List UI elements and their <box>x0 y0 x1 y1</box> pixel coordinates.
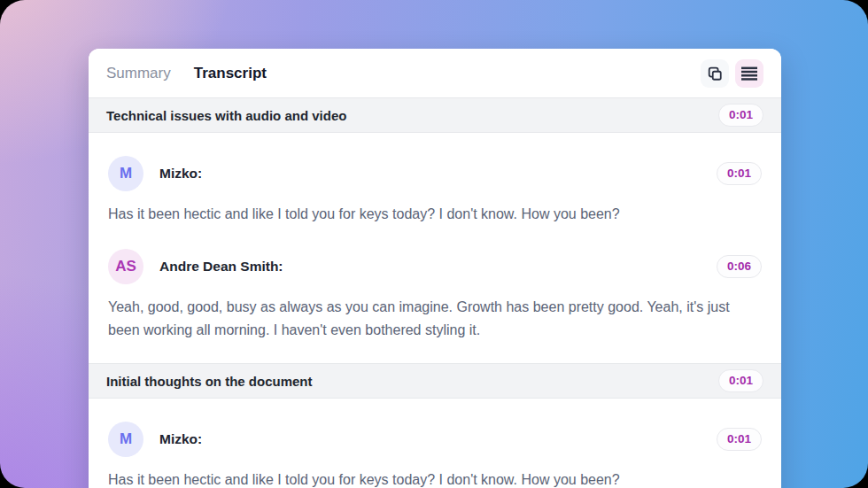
transcript-section: Technical issues with audio and video 0:… <box>89 97 781 363</box>
tab-summary[interactable]: Summary <box>106 65 171 82</box>
section-messages: M Mizko: 0:01 Has it been hectic and lik… <box>89 133 781 363</box>
message-mizko-2: M Mizko: 0:01 Has it been hectic and lik… <box>89 399 781 488</box>
panel-header: Summary Transcript <box>89 49 781 97</box>
message-header: M Mizko: 0:01 <box>108 422 762 457</box>
message-text: Yeah, good, good, busy as always as you … <box>108 296 762 342</box>
section-header-initial-thoughts[interactable]: Initial thoughts on the document 0:01 <box>89 363 781 399</box>
message-text: Has it been hectic and like I told you f… <box>108 203 762 226</box>
section-title: Technical issues with audio and video <box>106 108 346 123</box>
list-view-button[interactable] <box>735 59 763 88</box>
message-header: AS Andre Dean Smith: 0:06 <box>108 249 762 284</box>
avatar: AS <box>108 249 143 284</box>
transcript-panel: Summary Transcript <box>89 49 781 488</box>
message-timestamp-badge[interactable]: 0:01 <box>717 428 762 451</box>
message-timestamp-badge[interactable]: 0:06 <box>717 255 762 278</box>
message-timestamp-badge[interactable]: 0:01 <box>717 162 762 185</box>
gradient-background: Summary Transcript <box>0 0 868 488</box>
copy-icon <box>707 66 723 81</box>
speaker-name: Andre Dean Smith: <box>159 259 283 275</box>
tab-bar: Summary Transcript <box>106 65 267 82</box>
message-andre-1: AS Andre Dean Smith: 0:06 Yeah, good, go… <box>89 226 781 342</box>
section-timestamp-badge[interactable]: 0:01 <box>718 369 763 392</box>
speaker-name: Mizko: <box>159 166 202 182</box>
speaker-name: Mizko: <box>159 431 202 447</box>
message-mizko-1: M Mizko: 0:01 Has it been hectic and lik… <box>89 133 781 226</box>
section-timestamp-badge[interactable]: 0:01 <box>718 104 763 127</box>
section-header-technical-issues[interactable]: Technical issues with audio and video 0:… <box>89 97 781 133</box>
list-icon <box>741 66 757 81</box>
section-messages: M Mizko: 0:01 Has it been hectic and lik… <box>89 399 781 488</box>
avatar: M <box>108 156 143 191</box>
message-header: M Mizko: 0:01 <box>108 156 762 191</box>
message-text: Has it been hectic and like I told you f… <box>108 469 762 488</box>
copy-button[interactable] <box>701 59 729 88</box>
section-title: Initial thoughts on the document <box>106 374 312 389</box>
header-actions <box>701 59 763 88</box>
tab-transcript[interactable]: Transcript <box>194 65 267 82</box>
transcript-section: Initial thoughts on the document 0:01 M … <box>89 363 781 488</box>
avatar: M <box>108 422 143 457</box>
